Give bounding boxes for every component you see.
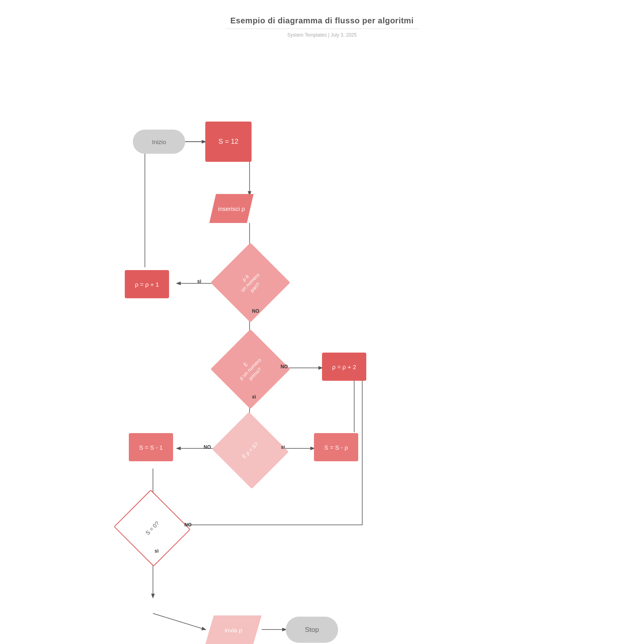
rho-plus1-label: ρ = ρ + 1 (135, 281, 159, 288)
stop-shape: Stop (286, 617, 338, 643)
invia-label: invia ρ (225, 627, 242, 634)
inizio-label: Inizio (152, 138, 166, 145)
page-title: Esempio di diagramma di flusso per algor… (0, 16, 644, 25)
rho-plus2-label: ρ = ρ + 2 (332, 363, 356, 370)
label-no-1: NO (252, 308, 259, 314)
page-header: Esempio di diagramma di flusso per algor… (0, 0, 644, 42)
rho-plus2-shape: ρ = ρ + 2 (322, 353, 366, 381)
page-subtitle: System Templates | July 3, 2025 (0, 32, 644, 38)
header-divider (225, 29, 419, 29)
s-minus-rho-label: S = S - ρ (324, 444, 348, 451)
s-minus-rho-shape: S = S - ρ (314, 433, 358, 461)
s-minus1-label: S = S - 1 (139, 444, 163, 451)
label-si-2: sì (252, 394, 256, 400)
inizio-shape: Inizio (133, 130, 185, 154)
label-si-4: sì (155, 548, 159, 554)
connectors-svg (0, 42, 644, 638)
s12-shape: S = 12 (205, 122, 252, 162)
diamond3-shape: È ρ < S? (222, 424, 279, 477)
s12-label: S = 12 (219, 138, 239, 146)
diamond4-shape: S = 0? (124, 502, 180, 554)
s-minus1-shape: S = S - 1 (129, 433, 173, 461)
label-no-2: NO (281, 364, 288, 369)
inserisci-label: inserisci ρ (218, 205, 245, 212)
label-no-4: NO (184, 522, 192, 528)
label-no-3: NO (204, 444, 211, 450)
label-si-3: sì (281, 444, 285, 450)
rho-plus1-shape: ρ = ρ + 1 (125, 270, 169, 298)
stop-label: Stop (305, 626, 319, 634)
diamond1-shape: ρ èun numeropari? (222, 254, 279, 311)
diagram-container: Inizio S = 12 inserisci ρ ρ èun numeropa… (0, 42, 644, 638)
invia-shape: invia ρ (205, 615, 262, 644)
diamond2-shape: Èρ un numeroprimo? (222, 341, 279, 397)
label-si-1: sì (197, 279, 201, 284)
inserisci-shape: inserisci ρ (209, 194, 254, 223)
svg-line-11 (153, 613, 205, 630)
